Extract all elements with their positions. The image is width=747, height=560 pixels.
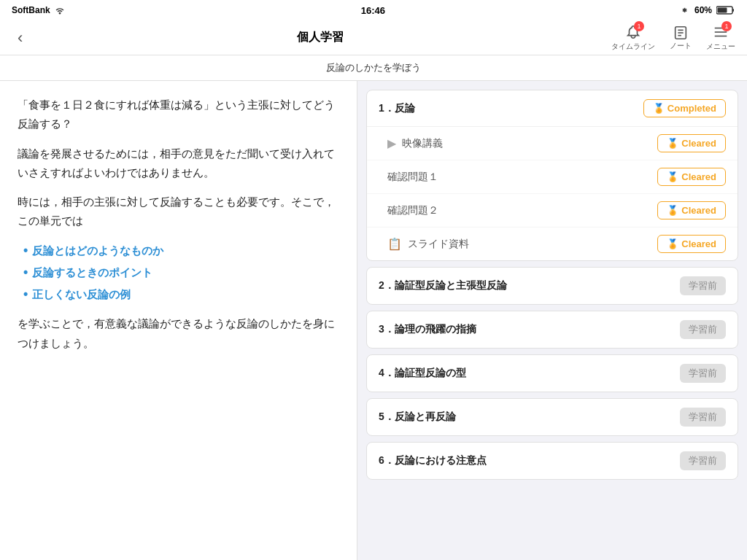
menu-button[interactable]: 1 メニュー [706,24,735,52]
sub-item-icon-1-3: 📋 [387,237,402,251]
section-title-3: 3．論理の飛躍の指摘 [379,323,476,336]
trophy-icon: 🏅 [667,238,678,249]
section-header-3[interactable]: 3．論理の飛躍の指摘学習前 [367,311,738,348]
menu-badge: 1 [721,21,732,31]
section-card-6: 6．反論における注意点学習前 [366,442,738,480]
battery-icon [716,6,735,15]
nav-right: 1 タイムライン ノート 1 メニュー [611,24,735,52]
bullet-label-3: 正しくない反論の例 [32,285,131,304]
menu-label: メニュー [706,42,735,52]
battery-label: 60% [694,5,712,15]
status-right: ✱ 60% [681,5,735,15]
section-header-5[interactable]: 5．反論と再反論学習前 [367,399,738,435]
section-badge-2: 学習前 [680,276,726,295]
section-header-1[interactable]: 1．反論🏅Completed [367,90,738,126]
carrier-label: SoftBank [12,5,50,15]
section-card-5: 5．反論と再反論学習前 [366,398,738,436]
section-card-3: 3．論理の飛躍の指摘学習前 [366,311,738,349]
trophy-icon: 🏅 [667,205,678,216]
timeline-button[interactable]: 1 タイムライン [611,24,655,52]
section-card-4: 4．論証型反論の型学習前 [366,354,738,392]
sub-item-badge-1-1: 🏅Cleared [657,168,726,186]
status-time: 16:46 [361,5,385,16]
bullet-item-1: • 反論とはどのようなものか [23,241,339,260]
sub-header-title: 反論のしかたを学ぼう [326,62,421,73]
bullet-label-1: 反論とはどのようなものか [32,241,163,260]
nav-left: ‹ [12,26,28,50]
left-para-4: を学ぶことで，有意義な議論ができるような反論のしかたを身につけましょう。 [18,314,339,353]
sub-item-label-1-2: 確認問題２ [387,204,438,217]
section-header-6[interactable]: 6．反論における注意点学習前 [367,443,738,479]
section-badge-6: 学習前 [680,451,726,470]
section-header-4[interactable]: 4．論証型反論の型学習前 [367,355,738,392]
right-panel: 1．反論🏅Completed▶映像講義🏅Cleared確認問題１🏅Cleared… [357,81,747,560]
sub-item-1-0[interactable]: ▶映像講義🏅Cleared [367,127,738,160]
note-button[interactable]: ノート [670,25,692,51]
section-title-2: 2．論証型反論と主張型反論 [379,279,507,292]
timeline-badge: 1 [634,21,644,31]
sub-item-icon-1-0: ▶ [387,136,396,150]
note-label: ノート [670,41,692,51]
sub-item-label-1-3: スライド資料 [408,238,469,251]
section-title-1: 1．反論 [379,102,415,115]
status-left: SoftBank [12,5,65,15]
bullet-label-2: 反論するときのポイント [32,263,152,282]
section-title-6: 6．反論における注意点 [379,454,487,467]
sub-item-1-3[interactable]: 📋スライド資料🏅Cleared [367,228,738,260]
left-para-3: 時には，相手の主張に対して反論することも必要です。そこで，この単元では [18,192,339,231]
sub-item-1-1[interactable]: 確認問題１🏅Cleared [367,160,738,194]
left-para-2: 議論を発展させるためには，相手の意見をただ聞いて受け入れていさえすればよいわけで… [18,144,339,183]
sub-item-1-2[interactable]: 確認問題２🏅Cleared [367,194,738,228]
section-badge-3: 学習前 [680,320,726,339]
section-badge-1: 🏅Completed [643,99,726,117]
sub-item-label-1-1: 確認問題１ [387,171,438,184]
trophy-icon: 🏅 [667,171,678,182]
nav-title: 個人学習 [28,30,611,45]
left-para-1: 「食事を１日２食にすれば体重は減る」という主張に対してどう反論する？ [18,96,339,134]
sub-item-badge-1-3: 🏅Cleared [657,235,726,253]
trophy-icon: 🏅 [667,138,678,149]
bullet-item-2: • 反論するときのポイント [23,263,339,282]
section-title-4: 4．論証型反論の型 [379,367,466,380]
section-card-2: 2．論証型反論と主張型反論学習前 [366,267,738,305]
bluetooth-icon: ✱ [681,6,690,15]
svg-text:✱: ✱ [682,7,687,14]
bullet-list: • 反論とはどのようなものか • 反論するときのポイント • 正しくない反論の例 [18,241,339,305]
svg-rect-2 [732,9,734,12]
wifi-icon [55,6,65,15]
status-bar: SoftBank 16:46 ✱ 60% [0,0,747,20]
timeline-label: タイムライン [611,42,655,52]
section-badge-4: 学習前 [680,364,726,383]
section-header-2[interactable]: 2．論証型反論と主張型反論学習前 [367,268,738,304]
section-title-5: 5．反論と再反論 [379,411,456,424]
bullet-item-3: • 正しくない反論の例 [23,285,339,304]
sub-item-badge-1-0: 🏅Cleared [657,134,726,152]
sub-items-1: ▶映像講義🏅Cleared確認問題１🏅Cleared確認問題２🏅Cleared📋… [367,126,738,260]
trophy-icon: 🏅 [653,103,665,114]
left-panel: 「食事を１日２食にすれば体重は減る」という主張に対してどう反論する？ 議論を発展… [0,81,357,560]
svg-rect-3 [717,8,727,13]
sub-item-label-1-0: 映像講義 [402,137,443,150]
section-badge-5: 学習前 [680,408,726,427]
sub-item-badge-1-2: 🏅Cleared [657,201,726,219]
main-content: 「食事を１日２食にすれば体重は減る」という主張に対してどう反論する？ 議論を発展… [0,81,747,560]
back-button[interactable]: ‹ [12,26,28,50]
note-icon [673,25,689,41]
section-card-1: 1．反論🏅Completed▶映像講義🏅Cleared確認問題１🏅Cleared… [366,90,738,261]
nav-bar: ‹ 個人学習 1 タイムライン ノート [0,20,747,55]
sub-header: 反論のしかたを学ぼう [0,55,747,81]
